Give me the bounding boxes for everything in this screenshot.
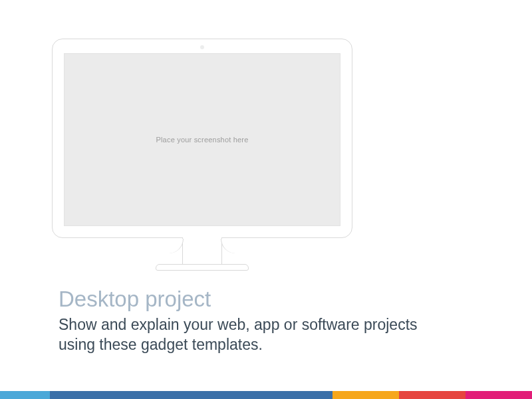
footer-seg-3	[332, 391, 399, 399]
desktop-monitor-mockup: Place your screenshot here	[52, 39, 352, 271]
slide: Place your screenshot here Desktop proje…	[0, 0, 532, 399]
camera-icon	[200, 45, 204, 49]
footer-seg-5	[466, 391, 532, 399]
placeholder-text: Place your screenshot here	[156, 136, 248, 144]
slide-title[interactable]: Desktop project	[59, 287, 458, 311]
footer-color-bar	[0, 391, 532, 399]
monitor-stand-neck	[182, 237, 222, 264]
text-block: Desktop project Show and explain your we…	[59, 287, 458, 355]
screenshot-placeholder[interactable]: Place your screenshot here	[64, 53, 340, 226]
monitor-frame: Place your screenshot here	[52, 39, 352, 238]
slide-subtitle[interactable]: Show and explain your web, app or softwa…	[59, 315, 431, 355]
footer-seg-1	[0, 391, 50, 399]
footer-seg-2	[50, 391, 332, 399]
footer-seg-4	[399, 391, 466, 399]
monitor-stand-base	[156, 264, 249, 271]
